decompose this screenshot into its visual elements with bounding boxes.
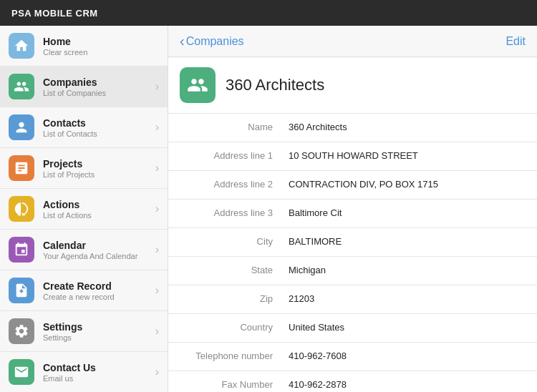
sidebar-item-sublabel: List of Contacts <box>43 129 155 138</box>
actions-icon <box>9 196 34 222</box>
detail-table: Name360 ArchitectsAddress line 110 SOUTH… <box>168 114 537 392</box>
sidebar-item-label: Actions <box>43 199 155 210</box>
detail-row: Address line 110 SOUTH HOWARD STREET <box>168 142 537 171</box>
sidebar-item-sublabel: List of Projects <box>43 170 155 179</box>
sidebar-item-label: Projects <box>43 158 155 170</box>
contacts-icon <box>9 114 34 140</box>
detail-field-value: 10 SOUTH HOWARD STREET <box>283 142 537 169</box>
company-name: 360 Architects <box>226 76 324 94</box>
detail-row: Telephone number410-962-7608 <box>168 343 537 371</box>
sidebar-item-sublabel: List of Companies <box>43 89 155 97</box>
back-chevron-icon: ‹ <box>180 33 185 49</box>
detail-field-label: Name <box>168 114 283 140</box>
detail-field-label: City <box>168 228 283 255</box>
sidebar-item-sublabel: Create a new record <box>43 293 155 301</box>
chevron-right-icon: › <box>155 366 159 378</box>
content-area: ‹ Companies Edit 360 Architects Name360 … <box>168 26 537 392</box>
detail-field-label: Country <box>168 314 283 340</box>
chevron-right-icon: › <box>155 202 159 215</box>
chevron-right-icon: › <box>155 243 159 256</box>
calendar-icon <box>9 237 34 263</box>
detail-field-label: Address line 3 <box>168 200 283 226</box>
sidebar-item-sublabel: List of Actions <box>43 211 155 220</box>
sidebar-item-label: Home <box>43 36 159 47</box>
edit-button[interactable]: Edit <box>505 35 526 48</box>
app-header: PSA MOBILE CRM <box>0 0 537 26</box>
sidebar-item-calendar[interactable]: CalendarYour Agenda And Calendar› <box>0 230 168 270</box>
sidebar-item-label: Create Record <box>43 280 155 292</box>
detail-field-label: Address line 1 <box>168 142 283 169</box>
create-icon <box>9 278 34 303</box>
sidebar-item-settings[interactable]: SettingsSettings› <box>0 311 168 352</box>
sidebar-item-create-record[interactable]: Create RecordCreate a new record› <box>0 270 168 311</box>
back-button[interactable]: ‹ Companies <box>180 33 244 49</box>
detail-field-label: Telephone number <box>168 343 283 369</box>
chevron-right-icon: › <box>155 325 159 338</box>
detail-row: Zip21203 <box>168 285 537 314</box>
detail-row: Address line 2CONTRACTION DIV, PO BOX 17… <box>168 171 537 200</box>
sidebar-item-label: Companies <box>43 77 155 88</box>
sidebar-item-projects[interactable]: ProjectsList of Projects› <box>0 148 168 189</box>
sidebar-item-home[interactable]: HomeClear screen <box>0 26 168 67</box>
email-icon <box>9 359 34 385</box>
detail-row: Address line 3Baltimore Cit <box>168 200 537 228</box>
detail-field-value: 360 Architects <box>283 114 537 140</box>
nav-bar: ‹ Companies Edit <box>168 26 537 57</box>
detail-row: StateMichigan <box>168 257 537 285</box>
sidebar-item-actions[interactable]: ActionsList of Actions› <box>0 189 168 230</box>
sidebar-item-sublabel: Your Agenda And Calendar <box>43 252 155 260</box>
sidebar-item-companies[interactable]: CompaniesList of Companies› <box>0 67 168 107</box>
sidebar-item-label: Calendar <box>43 240 155 251</box>
settings-icon <box>9 318 34 344</box>
detail-field-value: United States <box>283 314 537 340</box>
detail-field-value: 21203 <box>283 285 537 312</box>
detail-field-value: Baltimore Cit <box>283 200 537 226</box>
detail-field-label: State <box>168 257 283 283</box>
projects-icon <box>9 155 34 181</box>
detail-row: CountryUnited States <box>168 314 537 343</box>
sidebar-item-label: Settings <box>43 321 155 333</box>
detail-field-label: Zip <box>168 285 283 312</box>
detail-field-label: Address line 2 <box>168 171 283 197</box>
sidebar: HomeClear screenCompaniesList of Compani… <box>0 26 168 392</box>
chevron-right-icon: › <box>155 80 159 93</box>
detail-field-label: Fax Number <box>168 371 283 392</box>
sidebar-item-sublabel: Email us <box>43 374 155 383</box>
chevron-right-icon: › <box>155 162 159 175</box>
detail-field-value: 410-962-7608 <box>283 343 537 369</box>
detail-field-value: Michigan <box>283 257 537 283</box>
sidebar-item-sublabel: Settings <box>43 333 155 342</box>
sidebar-item-sublabel: Clear screen <box>43 48 159 57</box>
company-icon <box>180 67 216 103</box>
sidebar-item-contact-us[interactable]: Contact UsEmail us› <box>0 352 168 392</box>
detail-row: Name360 Architects <box>168 114 537 142</box>
back-label: Companies <box>186 35 244 48</box>
detail-field-value: CONTRACTION DIV, PO BOX 1715 <box>283 171 537 197</box>
sidebar-item-label: Contacts <box>43 117 155 129</box>
sidebar-item-label: Contact Us <box>43 362 155 373</box>
detail-field-value: BALTIMORE <box>283 228 537 255</box>
companies-icon <box>9 74 34 99</box>
chevron-right-icon: › <box>155 284 159 297</box>
app-title: PSA MOBILE CRM <box>11 8 98 19</box>
chevron-right-icon: › <box>155 121 159 134</box>
company-header: 360 Architects <box>168 57 537 114</box>
detail-field-value: 410-962-2878 <box>283 371 537 392</box>
sidebar-item-contacts[interactable]: ContactsList of Contacts› <box>0 107 168 148</box>
main-layout: HomeClear screenCompaniesList of Compani… <box>0 26 537 392</box>
home-icon <box>9 33 34 59</box>
detail-row: CityBALTIMORE <box>168 228 537 257</box>
detail-row: Fax Number410-962-2878 <box>168 371 537 392</box>
